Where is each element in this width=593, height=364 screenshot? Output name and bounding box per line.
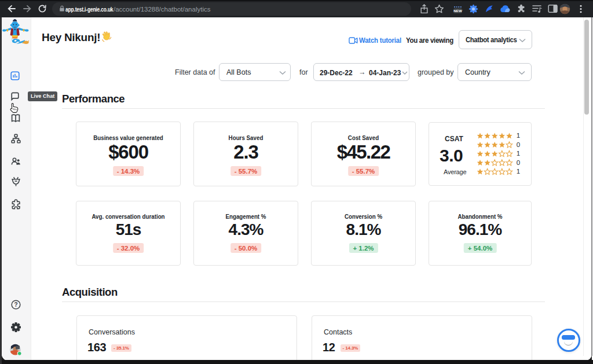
svg-text:NEW: NEW bbox=[453, 9, 462, 13]
svg-text:?: ? bbox=[14, 302, 17, 308]
